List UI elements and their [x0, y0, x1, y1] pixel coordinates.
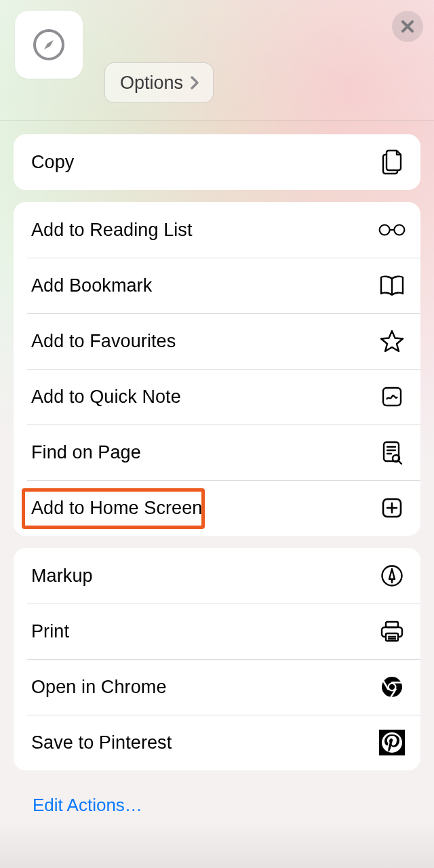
action-group-2: Add to Reading List Add Bookmark Add to … — [14, 202, 420, 536]
copy-label: Copy — [31, 152, 74, 173]
find-on-page-row[interactable]: Find on Page — [14, 425, 420, 480]
find-on-page-label: Find on Page — [31, 442, 141, 463]
reading-list-label: Add to Reading List — [31, 220, 193, 241]
bottom-fade — [0, 821, 434, 868]
favourites-label: Add to Favourites — [31, 331, 176, 352]
options-label: Options — [120, 73, 183, 94]
chevron-right-icon — [187, 75, 202, 90]
copy-icon — [378, 149, 406, 175]
save-to-pinterest-row[interactable]: Save to Pinterest — [14, 715, 420, 770]
quick-note-label: Add to Quick Note — [31, 387, 181, 408]
markup-label: Markup — [31, 566, 93, 587]
svg-point-2 — [394, 225, 404, 235]
print-label: Print — [31, 621, 69, 642]
glasses-icon — [378, 222, 406, 237]
action-group-3: Markup Print Open in Chro — [14, 548, 420, 770]
bookmark-row[interactable]: Add Bookmark — [14, 258, 420, 313]
svg-point-1 — [380, 225, 390, 235]
book-icon — [378, 275, 406, 296]
share-sheet-body: Copy Add to Reading List Ad — [0, 121, 434, 816]
star-icon — [378, 329, 406, 353]
action-group-1: Copy — [14, 134, 420, 190]
close-icon — [400, 19, 415, 34]
reading-list-row[interactable]: Add to Reading List — [14, 202, 420, 258]
add-to-home-screen-label: Add to Home Screen — [31, 498, 202, 519]
edit-actions-link[interactable]: Edit Actions… — [14, 783, 420, 816]
markup-icon — [378, 564, 406, 587]
add-to-home-screen-row[interactable]: Add to Home Screen — [14, 480, 420, 536]
svg-rect-8 — [386, 622, 398, 627]
source-app-tile — [15, 11, 83, 79]
options-button[interactable]: Options — [104, 62, 214, 103]
copy-row[interactable]: Copy — [14, 134, 420, 190]
close-button[interactable] — [392, 11, 423, 42]
open-in-chrome-row[interactable]: Open in Chrome — [14, 659, 420, 715]
bookmark-label: Add Bookmark — [31, 275, 152, 296]
svg-rect-4 — [384, 442, 399, 461]
compass-icon — [31, 27, 66, 62]
svg-point-13 — [389, 684, 395, 690]
share-sheet-header: Options — [0, 0, 434, 121]
open-in-chrome-label: Open in Chrome — [31, 677, 167, 698]
pinterest-icon — [378, 729, 406, 756]
markup-row[interactable]: Markup — [14, 548, 420, 604]
print-row[interactable]: Print — [14, 604, 420, 659]
find-on-page-icon — [378, 440, 406, 465]
plus-square-icon — [378, 497, 406, 519]
save-to-pinterest-label: Save to Pinterest — [31, 732, 172, 753]
printer-icon — [378, 620, 406, 643]
chrome-icon — [378, 675, 406, 698]
quick-note-row[interactable]: Add to Quick Note — [14, 369, 420, 425]
quick-note-icon — [378, 386, 406, 408]
edit-actions-label: Edit Actions… — [33, 795, 142, 815]
favourites-row[interactable]: Add to Favourites — [14, 313, 420, 369]
